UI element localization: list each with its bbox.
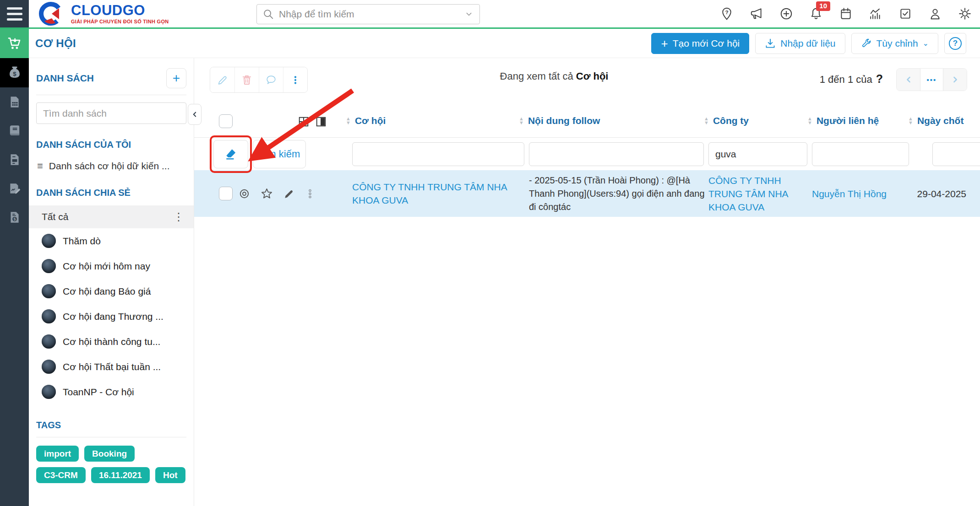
location-help-icon[interactable]: ? bbox=[720, 7, 734, 21]
rail-item-contract[interactable] bbox=[0, 174, 29, 203]
search-button[interactable]: Tìm kiếm bbox=[253, 140, 306, 168]
quick-create-icon[interactable] bbox=[779, 7, 793, 21]
grid-document-icon bbox=[8, 95, 22, 109]
kebab-menu-icon[interactable]: ⋮ bbox=[173, 210, 185, 223]
column-header-follow[interactable]: ▲▼ Nội dung follow bbox=[519, 115, 600, 126]
cell-contact-link[interactable]: Nguyễn Thị Hồng bbox=[812, 187, 913, 200]
notifications-bell[interactable]: 10 bbox=[809, 7, 823, 21]
list-sidebar: DANH SÁCH + DANH SÁCH CỦA TÔI ≡ Danh sác… bbox=[29, 58, 194, 506]
tag-16-11-2021[interactable]: 16.11.2021 bbox=[91, 467, 150, 483]
cell-company-link[interactable]: CÔNG TY TNHH TRUNG TÂM NHA KHOA GUVA bbox=[708, 174, 793, 214]
rail-item-report-doc[interactable] bbox=[0, 145, 29, 174]
sidebar-item-shared-6[interactable]: ToanNP - Cơ hội bbox=[29, 379, 194, 404]
chevron-left-icon bbox=[191, 110, 199, 118]
global-search bbox=[256, 4, 480, 24]
tags-header: TAGS bbox=[36, 420, 186, 431]
edit-pencil-icon[interactable] bbox=[283, 188, 295, 200]
column-header-contact[interactable]: ▲▼ Người liên hệ bbox=[807, 115, 879, 126]
customize-button[interactable]: Tùy chỉnh ⌄ bbox=[851, 33, 938, 54]
column-header-close-date[interactable]: ▲▼ Ngày chốt bbox=[908, 115, 964, 126]
module-rail: $ bbox=[0, 58, 29, 506]
chevron-right-icon bbox=[950, 74, 961, 85]
sidebar-item-all[interactable]: Tất cả ⋮ bbox=[29, 205, 194, 228]
plus-icon: + bbox=[661, 38, 668, 49]
reports-chart-icon[interactable] bbox=[869, 7, 882, 21]
filter-input-opportunity[interactable] bbox=[352, 142, 524, 166]
rail-item-quote[interactable]: $ bbox=[0, 203, 29, 231]
opportunities-module-icon[interactable] bbox=[0, 29, 29, 58]
avatar bbox=[42, 360, 56, 374]
import-data-button[interactable]: Nhập dữ liệu bbox=[755, 33, 845, 54]
prev-page-button[interactable] bbox=[897, 69, 920, 91]
main-content: Đang xem tất cả Cơ hội 1 đến 1 của? ••• bbox=[194, 58, 980, 506]
filter-input-close-date[interactable] bbox=[932, 142, 980, 166]
brand-tagline: GIẢI PHÁP CHUYỂN ĐỔI SỐ TINH GỌN bbox=[71, 19, 169, 24]
sidebar-item-shared-1[interactable]: Cơ hội mới hôm nay bbox=[29, 253, 194, 279]
filter-input-company[interactable] bbox=[708, 142, 807, 166]
wrench-icon bbox=[861, 38, 872, 49]
sidebar-item-shared-2[interactable]: Cơ hội đang Báo giá bbox=[29, 279, 194, 304]
svg-text:$: $ bbox=[13, 70, 16, 77]
tag-booking[interactable]: Booking bbox=[84, 446, 135, 462]
sidebar-item-shared-3[interactable]: Cơ hội đang Thương ... bbox=[29, 304, 194, 329]
clear-filters-button[interactable] bbox=[213, 140, 248, 168]
tag-hot[interactable]: Hot bbox=[155, 467, 185, 483]
bulk-edit-button[interactable] bbox=[210, 67, 234, 92]
global-search-input[interactable] bbox=[279, 9, 464, 20]
tasks-icon[interactable] bbox=[898, 7, 912, 21]
filter-input-contact[interactable] bbox=[812, 142, 909, 166]
cell-opportunity-link[interactable]: CÔNG TY TNHH TRUNG TÂM NHA KHOA GUVA bbox=[352, 180, 508, 207]
list-search-input[interactable] bbox=[36, 102, 186, 124]
next-page-button[interactable] bbox=[943, 69, 967, 91]
sidebar-item-shared-0[interactable]: Thăm dò bbox=[29, 228, 194, 253]
filter-input-follow[interactable] bbox=[529, 142, 704, 166]
more-actions-button[interactable] bbox=[283, 67, 307, 92]
add-list-button[interactable]: + bbox=[166, 68, 186, 88]
tag-import[interactable]: import bbox=[36, 446, 79, 462]
bulk-comment-button[interactable] bbox=[259, 67, 283, 92]
rail-item-catalog[interactable] bbox=[0, 116, 29, 145]
page-list-button[interactable]: ••• bbox=[920, 69, 943, 91]
document-lines-icon bbox=[8, 153, 22, 167]
divider bbox=[36, 437, 186, 437]
calendar-icon[interactable] bbox=[839, 7, 853, 21]
sidebar-item-shared-5[interactable]: Cơ hội Thất bại tuần ... bbox=[29, 354, 194, 379]
rail-item-spreadsheet[interactable] bbox=[0, 87, 29, 116]
column-header-company[interactable]: ▲▼ Công ty bbox=[704, 115, 749, 126]
column-header-opportunity[interactable]: ▲▼ Cơ hội bbox=[346, 115, 386, 126]
announcement-icon[interactable] bbox=[750, 7, 763, 21]
select-all-checkbox[interactable] bbox=[219, 114, 233, 128]
user-profile-icon[interactable] bbox=[928, 7, 942, 21]
split-view-icon[interactable] bbox=[315, 116, 327, 128]
tag-c3-crm[interactable]: C3-CRM bbox=[36, 467, 86, 483]
sidebar-item-shared-4[interactable]: Cơ hội thành công tu... bbox=[29, 329, 194, 354]
cell-follow-content: - 2025-05-15 (Trần Hoài Phong) : @[Hà Th… bbox=[529, 174, 707, 214]
search-scope-chevron-icon[interactable] bbox=[464, 9, 474, 19]
avatar bbox=[42, 284, 56, 298]
vertical-dots-icon bbox=[289, 74, 301, 86]
sidebar-title: DANH SÁCH bbox=[36, 73, 94, 84]
search-icon bbox=[262, 8, 274, 20]
star-favorite-icon[interactable] bbox=[260, 187, 273, 200]
avatar bbox=[42, 309, 56, 323]
svg-text:?: ? bbox=[725, 9, 728, 15]
drag-dots-icon[interactable] bbox=[305, 188, 315, 200]
page-title: CƠ HỘI bbox=[35, 37, 76, 50]
row-checkbox[interactable] bbox=[219, 187, 233, 200]
grid-view-icon[interactable] bbox=[298, 116, 310, 128]
sidebar-collapse-button[interactable] bbox=[188, 104, 201, 125]
settings-gear-icon[interactable] bbox=[958, 7, 972, 21]
bulk-delete-button[interactable] bbox=[234, 67, 259, 92]
hamburger-menu-button[interactable] bbox=[0, 0, 29, 27]
sidebar-item-my-list[interactable]: ≡ Danh sách cơ hội dữ kiến ... bbox=[37, 160, 186, 172]
rail-item-sales-active[interactable]: $ bbox=[0, 58, 29, 87]
preview-eye-icon[interactable] bbox=[238, 188, 250, 200]
eraser-icon bbox=[224, 147, 238, 161]
document-pen-icon bbox=[8, 182, 22, 195]
unknown-count: ? bbox=[876, 72, 883, 85]
pagination-controls: ••• bbox=[896, 68, 967, 91]
top-icon-bar: ? 10 bbox=[720, 0, 972, 27]
help-button[interactable]: ? bbox=[944, 33, 966, 54]
table-row[interactable]: CÔNG TY TNHH TRUNG TÂM NHA KHOA GUVA - 2… bbox=[194, 170, 980, 217]
create-opportunity-button[interactable]: + Tạo mới Cơ hội bbox=[651, 33, 749, 54]
